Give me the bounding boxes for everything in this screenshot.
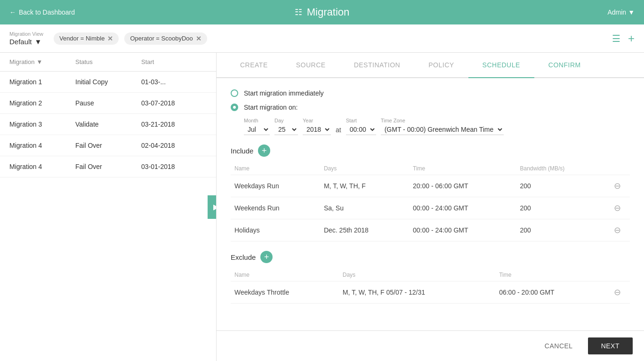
include-col-name: Name [231,162,320,175]
row-migration-name: Migration 4 [9,142,75,149]
row-migration-name: Migration 1 [9,78,75,86]
cancel-button[interactable]: CANCEL [535,338,582,353]
tab-confirm[interactable]: CONFIRM [534,53,595,77]
include-label: Include [231,147,253,155]
radio-immediately[interactable] [231,89,238,97]
remove-vendor-filter-icon[interactable]: ✕ [107,35,113,42]
start-time-label: Start [346,118,376,123]
table-row[interactable]: Migration 4 Fail Over 03-01-2018 [0,156,216,177]
exclude-section-header: Exclude + [231,251,630,263]
row-start: 03-01-2018 [141,163,207,170]
day-label: Day [274,118,298,123]
at-label: at [336,126,341,134]
exclude-row-time: 06:00 - 20:00 GMT [495,281,604,304]
exclude-col-name: Name [231,269,339,281]
wizard-tabs: CREATE SOURCE DESTINATION POLICY SCHEDUL… [217,53,644,78]
add-include-button[interactable]: + [258,144,270,157]
include-table-row: Holidays Dec. 25th 2018 00:00 - 24:00 GM… [231,219,630,241]
filter-chip-vendor: Vendor = Nimble ✕ [54,32,119,45]
include-row-days: M, T, W, TH, F [320,175,409,197]
table-row[interactable]: Migration 3 Validate 03-21-2018 [0,114,216,135]
timezone-select[interactable]: (GMT - 00:00) Greenwich Mean Time [381,124,504,135]
remove-operator-filter-icon[interactable]: ✕ [196,35,201,42]
include-row-name: Holidays [231,219,320,241]
exclude-label: Exclude [231,253,256,261]
remove-include-icon[interactable]: ⊖ [609,203,626,213]
col-header-migration: Migration ▼ [9,58,75,65]
include-row-bandwidth: 200 [516,219,605,241]
filter-actions: ☰ + [612,32,635,45]
filter-chip-vendor-label: Vendor = Nimble [59,35,105,42]
tab-create[interactable]: CREATE [226,53,282,77]
start-on-option: Start migration on: [231,104,630,111]
start-immediately-label: Start migration immediately [244,89,324,97]
include-row-days: Dec. 25th 2018 [320,219,409,241]
nav-title: ☷ Migration [295,6,349,18]
table-row[interactable]: Migration 4 Fail Over 02-04-2018 [0,135,216,156]
table-row[interactable]: Migration 2 Pause 03-07-2018 [0,93,216,114]
remove-exclude-icon[interactable]: ⊖ [608,287,626,297]
include-table: Name Days Time Bandwidth (MB/s) Weekdays… [231,162,630,241]
next-button[interactable]: NEXT [588,337,633,354]
tab-destination[interactable]: DESTINATION [340,53,415,77]
start-immediately-option[interactable]: Start migration immediately [231,89,630,97]
table-rows: Migration 1 Initial Copy 01-03-... Migra… [0,72,216,177]
year-label: Year [303,118,331,123]
schedule-date-fields: Month Jul JanFebMar AprMayJun AugSepOct … [244,118,630,135]
month-field-group: Month Jul JanFebMar AprMayJun AugSepOct … [244,118,270,135]
back-button[interactable]: ← Back to Dashboard [9,8,75,16]
include-table-body: Weekdays Run M, T, W, TH, F 20:00 - 06:0… [231,175,630,241]
row-start: 03-07-2018 [141,99,207,107]
start-time-field-group: Start 00:00 [346,118,376,135]
remove-include-icon[interactable]: ⊖ [609,181,626,191]
include-col-time: Time [409,162,516,175]
include-row-bandwidth: 200 [516,175,605,197]
row-status: Fail Over [75,163,141,170]
timezone-field-group: Time Zone (GMT - 00:00) Greenwich Mean T… [381,118,504,135]
include-section-header: Include + [231,144,630,157]
tab-source[interactable]: SOURCE [282,53,340,77]
year-select[interactable]: 2018 2019 [303,124,331,135]
add-exclude-button[interactable]: + [260,251,273,263]
admin-menu[interactable]: Admin ▼ [607,8,635,16]
day-field-group: Day 25 [274,118,298,135]
month-select[interactable]: Jul JanFebMar AprMayJun AugSepOct NovDec [244,124,270,135]
include-row-days: Sa, Su [320,197,409,219]
exclude-row-name: Weekdays Throttle [231,281,339,304]
include-row-time: 20:00 - 06:00 GMT [409,175,516,197]
include-col-days: Days [320,162,409,175]
filter-bar: Migration View Default ▼ Vendor = Nimble… [0,24,644,53]
include-row-bandwidth: 200 [516,197,605,219]
tab-schedule[interactable]: SCHEDULE [468,53,534,77]
exclude-table-row: Weekdays Throttle M, T, W, TH, F 05/07 -… [231,281,630,304]
row-start: 03-21-2018 [141,120,207,128]
row-migration-name: Migration 2 [9,99,75,107]
col-header-start: Start [141,58,207,65]
include-row-name: Weekends Run [231,197,320,219]
filter-icon[interactable]: ☰ [612,33,620,44]
view-select-label: Migration View [9,31,43,37]
page-title: Migration [307,6,349,18]
sort-icon[interactable]: ▼ [36,58,42,65]
collapse-panel-button[interactable]: ▶ [208,195,217,219]
start-time-select[interactable]: 00:00 [346,124,376,135]
include-table-row: Weekdays Run M, T, W, TH, F 20:00 - 06:0… [231,175,630,197]
filter-chip-operator: Operator = ScoobyDoo ✕ [124,32,207,45]
remove-include-icon[interactable]: ⊖ [609,225,626,235]
back-label: Back to Dashboard [19,8,75,16]
row-migration-name: Migration 4 [9,163,75,170]
exclude-row-days: M, T, W, TH, F 05/07 - 12/31 [339,281,495,304]
chevron-down-icon: ▼ [628,8,635,16]
radio-start-on[interactable] [231,104,238,111]
table-row[interactable]: Migration 1 Initial Copy 01-03-... [0,72,216,93]
day-select[interactable]: 25 [274,124,298,135]
row-start: 01-03-... [141,78,207,86]
row-migration-name: Migration 3 [9,120,75,128]
back-arrow-icon: ← [9,8,16,16]
add-filter-icon[interactable]: + [628,32,635,45]
col-header-status: Status [75,58,141,65]
view-select[interactable]: Migration View Default ▼ [9,31,43,46]
right-panel: CREATE SOURCE DESTINATION POLICY SCHEDUL… [217,53,644,361]
view-select-value[interactable]: Default ▼ [9,38,43,46]
tab-policy[interactable]: POLICY [414,53,468,77]
